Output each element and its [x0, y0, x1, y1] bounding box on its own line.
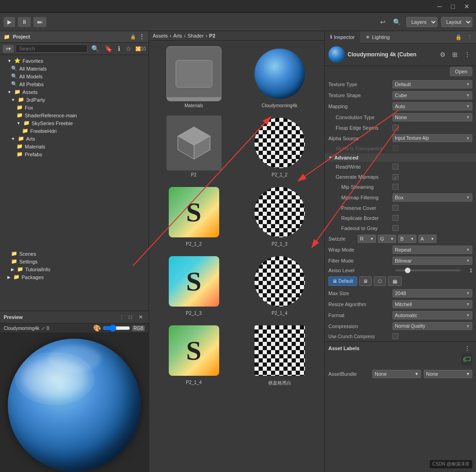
preview-window-btn[interactable]: □ — [127, 313, 134, 321]
sidebar-item-scenes[interactable]: 📁 Scenes — [0, 250, 149, 258]
max-size-dropdown[interactable]: 2048 ▼ — [393, 289, 472, 297]
star-icon[interactable]: ☆ — [124, 44, 133, 53]
sidebar-item-fox[interactable]: 📁 Fox — [0, 104, 149, 111]
texture-shape-dropdown[interactable]: Cube ▼ — [393, 91, 472, 99]
sidebar-item-assets[interactable]: ▼ 📁 Assets — [0, 88, 149, 96]
swizzle-r-dropdown[interactable]: R ▼ — [358, 235, 376, 243]
scenes-label: Scenes — [19, 251, 36, 257]
tab-pc[interactable]: 🖥 — [359, 276, 372, 286]
list-item[interactable]: P2 — [153, 114, 235, 179]
filter-mode-dropdown[interactable]: Bilinear ▼ — [393, 257, 472, 265]
label-tag-icon[interactable]: 🏷 — [461, 353, 472, 365]
search-icon-small[interactable]: 🔍 — [89, 44, 101, 53]
format-dropdown[interactable]: Automatic ▼ — [393, 311, 472, 319]
fixup-checkbox[interactable] — [393, 125, 399, 131]
fadeout-checkbox[interactable] — [393, 225, 399, 231]
preview-close-btn[interactable]: ✕ — [137, 313, 145, 321]
sidebar-item-shaderref[interactable]: 📁 ShaderReference-main — [0, 111, 149, 119]
resize-alg-dropdown[interactable]: Mitchell ▼ — [393, 300, 472, 308]
list-item[interactable]: Materials — [153, 44, 235, 110]
sidebar-item-prefabs[interactable]: 📁 Prefabs — [0, 150, 149, 158]
play-button[interactable]: ▶ — [4, 17, 15, 27]
preview-slider[interactable] — [103, 324, 130, 332]
list-item[interactable]: S P2_1_2 — [153, 183, 235, 248]
gen-mipmaps-checkbox[interactable] — [393, 174, 399, 180]
breadcrumb-assets[interactable]: Assets — [153, 33, 168, 38]
sidebar-item-favorites[interactable]: ▼ ⭐ Favorites — [0, 57, 149, 65]
undo-icon[interactable]: ↩ — [378, 17, 387, 27]
advanced-section-header[interactable]: ▼ Advanced — [325, 154, 476, 162]
swizzle-b-dropdown[interactable]: B ▼ — [398, 235, 416, 243]
mapping-dropdown[interactable]: Auto ▼ — [393, 102, 472, 110]
asset-labels-menu-icon[interactable]: ⋮ — [462, 344, 472, 353]
list-item[interactable]: 棋盘格黑白 — [238, 321, 321, 388]
sidebar-item-freebiehdri[interactable]: 📁 FreebieHdri — [0, 127, 149, 135]
sidebar-item-packages[interactable]: ▶ 📁 Packages — [0, 273, 149, 281]
search-icon[interactable]: 🔍 — [391, 17, 403, 27]
list-item[interactable]: S P2_1_4 — [153, 321, 235, 388]
convolution-dropdown[interactable]: None ▼ — [393, 113, 472, 121]
lock-icon[interactable]: 🔒 — [130, 34, 136, 39]
filter-icon[interactable]: 🔖 — [103, 44, 114, 53]
list-item[interactable]: P2_1_4 — [238, 252, 321, 318]
layers-dropdown[interactable]: Layers — [406, 17, 437, 27]
breadcrumb-shader[interactable]: Shader — [188, 33, 204, 38]
sidebar-item-3rdparty[interactable]: ▼ 📁 3rdParty — [0, 96, 149, 104]
readwrite-checkbox[interactable] — [393, 164, 399, 170]
inspector-more-icon[interactable]: ⋮ — [462, 50, 472, 59]
list-item[interactable]: P2_1_3 — [238, 183, 321, 248]
tab-inspector[interactable]: ℹ Inspector — [325, 31, 360, 44]
preserve-cover-checkbox[interactable] — [393, 205, 399, 211]
info-icon[interactable]: ℹ — [116, 44, 122, 53]
sidebar-item-arts[interactable]: ▼ 📁 Arts — [0, 135, 149, 143]
tab-android[interactable]: 🤖 — [388, 276, 402, 286]
settings-icon[interactable]: ⚙ — [438, 50, 448, 59]
wrap-mode-dropdown[interactable]: Repeat ▼ — [393, 246, 472, 254]
inspector-menu-icon[interactable]: ⋮ — [465, 33, 474, 41]
tab-web[interactable]: ⬡ — [374, 276, 386, 286]
list-item[interactable]: Cloudymorning4k — [238, 44, 321, 110]
slider-handle[interactable] — [405, 268, 410, 273]
alpha-transparent-checkbox[interactable] — [393, 145, 399, 151]
assetbundle-dropdown1[interactable]: None ▼ — [372, 370, 421, 378]
breadcrumb-arts[interactable]: Arts — [173, 33, 183, 38]
preview-panel: Preview ⋮ □ ✕ Cloudymorning4k ⤢ 0 🎨 RGB … — [0, 311, 149, 472]
sidebar-item-tutorialinfo[interactable]: ▶ 📁 TutorialInfo — [0, 265, 149, 273]
sidebar-item-settings[interactable]: 📁 Settings — [0, 258, 149, 265]
minimize-button[interactable]: ─ — [435, 2, 445, 11]
texture-type-dropdown[interactable]: Default ▼ — [393, 80, 472, 88]
tab-lighting[interactable]: ☀ Lighting — [360, 31, 395, 43]
tab-default[interactable]: 🖥 Default — [328, 276, 357, 286]
list-item[interactable]: S P2_1_3 — [153, 252, 235, 318]
layout-dropdown[interactable]: Layout — [441, 17, 472, 27]
step-button[interactable]: ⏭ — [33, 17, 46, 27]
breadcrumb-p2[interactable]: P2 — [209, 33, 215, 38]
fixup-label: Fixup Edge Seams — [328, 125, 393, 131]
lock-icon[interactable]: 🔒 — [454, 33, 464, 41]
sidebar-item-skyseries[interactable]: ▼ 📁 SkySeries Freebie — [0, 119, 149, 127]
preview-menu-icon[interactable]: ⋮ — [119, 314, 124, 320]
search-input[interactable] — [16, 44, 87, 53]
sidebar-item-materials[interactable]: 📁 Materials — [0, 143, 149, 150]
maximize-button[interactable]: □ — [448, 2, 458, 11]
crunch-checkbox[interactable] — [393, 333, 399, 339]
swizzle-a-dropdown[interactable]: A ▼ — [418, 235, 437, 243]
pause-button[interactable]: ⏸ — [18, 17, 31, 27]
swizzle-g-dropdown[interactable]: G ▼ — [378, 235, 396, 243]
menu-icon[interactable]: ⋮ — [138, 33, 145, 40]
assetbundle-dropdown2[interactable]: None ▼ — [424, 370, 472, 378]
list-item[interactable]: P2_1_2 — [238, 114, 321, 179]
open-button[interactable]: Open — [450, 67, 472, 76]
close-button[interactable]: ✕ — [461, 2, 472, 11]
sidebar-item-all-materials[interactable]: 🔍 All Materials — [0, 65, 149, 72]
add-button[interactable]: +▾ — [3, 45, 14, 53]
compression-dropdown[interactable]: Normal Quality ▼ — [393, 322, 472, 330]
aniso-slider[interactable] — [395, 269, 460, 271]
sidebar-item-all-prefabs[interactable]: 🔍 All Prefabs — [0, 80, 149, 88]
layout-icon[interactable]: ⊞ — [450, 50, 459, 59]
replicate-border-checkbox[interactable] — [393, 215, 399, 221]
mip-streaming-checkbox[interactable] — [393, 184, 399, 190]
sidebar-item-all-models[interactable]: 🔍 All Models — [0, 72, 149, 80]
mipmap-filter-dropdown[interactable]: Box ▼ — [393, 193, 472, 202]
alpha-source-dropdown[interactable]: Input Texture Alp ▼ — [393, 134, 472, 142]
